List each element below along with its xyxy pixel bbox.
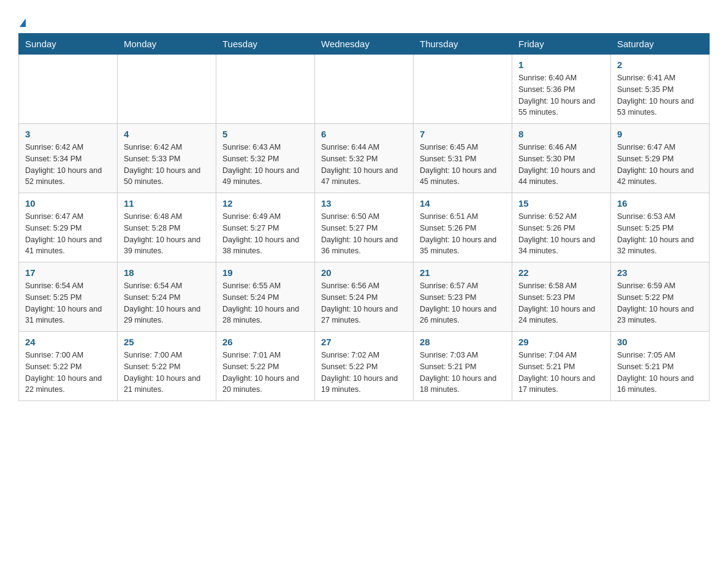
day-info: Sunrise: 6:42 AMSunset: 5:34 PMDaylight:… bbox=[25, 143, 102, 186]
day-info: Sunrise: 6:52 AMSunset: 5:26 PMDaylight:… bbox=[518, 212, 595, 255]
column-header-sunday: Sunday bbox=[19, 34, 118, 55]
logo bbox=[18, 18, 26, 27]
day-info: Sunrise: 7:01 AMSunset: 5:22 PMDaylight:… bbox=[222, 351, 299, 394]
day-number: 17 bbox=[25, 267, 111, 278]
day-info: Sunrise: 6:46 AMSunset: 5:30 PMDaylight:… bbox=[518, 143, 595, 186]
calendar-week-row: 10 Sunrise: 6:47 AMSunset: 5:29 PMDaylig… bbox=[19, 193, 710, 262]
column-header-friday: Friday bbox=[512, 34, 611, 55]
page-header bbox=[18, 18, 710, 27]
calendar-cell: 2 Sunrise: 6:41 AMSunset: 5:35 PMDayligh… bbox=[611, 55, 710, 124]
column-header-saturday: Saturday bbox=[611, 34, 710, 55]
day-info: Sunrise: 6:56 AMSunset: 5:24 PMDaylight:… bbox=[321, 282, 398, 324]
calendar-cell: 7 Sunrise: 6:45 AMSunset: 5:31 PMDayligh… bbox=[414, 124, 512, 193]
column-header-tuesday: Tuesday bbox=[216, 34, 315, 55]
calendar-cell: 18 Sunrise: 6:54 AMSunset: 5:24 PMDaylig… bbox=[118, 262, 216, 332]
calendar-cell bbox=[315, 55, 414, 124]
calendar-week-row: 17 Sunrise: 6:54 AMSunset: 5:25 PMDaylig… bbox=[19, 262, 710, 332]
day-info: Sunrise: 6:50 AMSunset: 5:27 PMDaylight:… bbox=[321, 212, 398, 255]
day-info: Sunrise: 6:59 AMSunset: 5:22 PMDaylight:… bbox=[617, 282, 694, 324]
day-info: Sunrise: 6:48 AMSunset: 5:28 PMDaylight:… bbox=[124, 212, 200, 255]
calendar-week-row: 1 Sunrise: 6:40 AMSunset: 5:36 PMDayligh… bbox=[19, 55, 710, 124]
day-info: Sunrise: 7:02 AMSunset: 5:22 PMDaylight:… bbox=[321, 351, 398, 394]
calendar-cell: 12 Sunrise: 6:49 AMSunset: 5:27 PMDaylig… bbox=[216, 193, 315, 262]
day-number: 20 bbox=[321, 267, 407, 278]
calendar-cell: 23 Sunrise: 6:59 AMSunset: 5:22 PMDaylig… bbox=[611, 262, 710, 332]
calendar-week-row: 24 Sunrise: 7:00 AMSunset: 5:22 PMDaylig… bbox=[19, 332, 710, 401]
day-info: Sunrise: 7:00 AMSunset: 5:22 PMDaylight:… bbox=[25, 351, 102, 394]
day-number: 6 bbox=[321, 129, 407, 139]
day-number: 15 bbox=[518, 198, 604, 209]
day-info: Sunrise: 6:41 AMSunset: 5:35 PMDaylight:… bbox=[617, 74, 694, 117]
column-header-wednesday: Wednesday bbox=[315, 34, 414, 55]
day-number: 28 bbox=[420, 337, 506, 347]
day-number: 2 bbox=[617, 59, 703, 70]
calendar-header-row: SundayMondayTuesdayWednesdayThursdayFrid… bbox=[19, 34, 710, 55]
day-number: 8 bbox=[518, 129, 604, 139]
day-number: 11 bbox=[124, 198, 210, 209]
day-info: Sunrise: 6:57 AMSunset: 5:23 PMDaylight:… bbox=[420, 282, 496, 324]
day-info: Sunrise: 6:45 AMSunset: 5:31 PMDaylight:… bbox=[420, 143, 496, 186]
day-number: 12 bbox=[222, 198, 308, 209]
day-info: Sunrise: 6:43 AMSunset: 5:32 PMDaylight:… bbox=[222, 143, 299, 186]
calendar-cell: 14 Sunrise: 6:51 AMSunset: 5:26 PMDaylig… bbox=[414, 193, 512, 262]
calendar-cell: 1 Sunrise: 6:40 AMSunset: 5:36 PMDayligh… bbox=[512, 55, 611, 124]
day-info: Sunrise: 6:54 AMSunset: 5:25 PMDaylight:… bbox=[25, 282, 102, 324]
calendar-cell: 11 Sunrise: 6:48 AMSunset: 5:28 PMDaylig… bbox=[118, 193, 216, 262]
day-number: 14 bbox=[420, 198, 506, 209]
day-number: 26 bbox=[222, 337, 308, 347]
day-number: 1 bbox=[518, 59, 604, 70]
calendar-cell: 16 Sunrise: 6:53 AMSunset: 5:25 PMDaylig… bbox=[611, 193, 710, 262]
calendar-cell: 30 Sunrise: 7:05 AMSunset: 5:21 PMDaylig… bbox=[611, 332, 710, 401]
day-info: Sunrise: 6:55 AMSunset: 5:24 PMDaylight:… bbox=[222, 282, 299, 324]
day-info: Sunrise: 7:00 AMSunset: 5:22 PMDaylight:… bbox=[124, 351, 200, 394]
calendar-week-row: 3 Sunrise: 6:42 AMSunset: 5:34 PMDayligh… bbox=[19, 124, 710, 193]
day-info: Sunrise: 7:04 AMSunset: 5:21 PMDaylight:… bbox=[518, 351, 595, 394]
day-number: 10 bbox=[25, 198, 111, 209]
day-number: 23 bbox=[617, 267, 703, 278]
day-info: Sunrise: 7:05 AMSunset: 5:21 PMDaylight:… bbox=[617, 351, 694, 394]
day-number: 9 bbox=[617, 129, 703, 139]
day-number: 27 bbox=[321, 337, 407, 347]
calendar-cell: 3 Sunrise: 6:42 AMSunset: 5:34 PMDayligh… bbox=[19, 124, 118, 193]
day-number: 4 bbox=[124, 129, 210, 139]
calendar-cell: 22 Sunrise: 6:58 AMSunset: 5:23 PMDaylig… bbox=[512, 262, 611, 332]
calendar-cell: 13 Sunrise: 6:50 AMSunset: 5:27 PMDaylig… bbox=[315, 193, 414, 262]
day-info: Sunrise: 6:54 AMSunset: 5:24 PMDaylight:… bbox=[124, 282, 200, 324]
day-number: 22 bbox=[518, 267, 604, 278]
calendar-cell bbox=[118, 55, 216, 124]
column-header-thursday: Thursday bbox=[414, 34, 512, 55]
calendar-cell: 21 Sunrise: 6:57 AMSunset: 5:23 PMDaylig… bbox=[414, 262, 512, 332]
calendar-cell: 4 Sunrise: 6:42 AMSunset: 5:33 PMDayligh… bbox=[118, 124, 216, 193]
day-info: Sunrise: 6:49 AMSunset: 5:27 PMDaylight:… bbox=[222, 212, 299, 255]
calendar-cell: 17 Sunrise: 6:54 AMSunset: 5:25 PMDaylig… bbox=[19, 262, 118, 332]
day-info: Sunrise: 6:53 AMSunset: 5:25 PMDaylight:… bbox=[617, 212, 694, 255]
calendar-cell: 26 Sunrise: 7:01 AMSunset: 5:22 PMDaylig… bbox=[216, 332, 315, 401]
day-number: 3 bbox=[25, 129, 111, 139]
calendar-table: SundayMondayTuesdayWednesdayThursdayFrid… bbox=[18, 33, 710, 401]
day-info: Sunrise: 7:03 AMSunset: 5:21 PMDaylight:… bbox=[420, 351, 496, 394]
calendar-cell bbox=[414, 55, 512, 124]
day-info: Sunrise: 6:58 AMSunset: 5:23 PMDaylight:… bbox=[518, 282, 595, 324]
calendar-cell: 27 Sunrise: 7:02 AMSunset: 5:22 PMDaylig… bbox=[315, 332, 414, 401]
day-number: 29 bbox=[518, 337, 604, 347]
column-header-monday: Monday bbox=[118, 34, 216, 55]
day-info: Sunrise: 6:47 AMSunset: 5:29 PMDaylight:… bbox=[25, 212, 102, 255]
day-info: Sunrise: 6:40 AMSunset: 5:36 PMDaylight:… bbox=[518, 74, 595, 117]
calendar-cell bbox=[216, 55, 315, 124]
day-number: 30 bbox=[617, 337, 703, 347]
calendar-cell: 6 Sunrise: 6:44 AMSunset: 5:32 PMDayligh… bbox=[315, 124, 414, 193]
day-number: 18 bbox=[124, 267, 210, 278]
calendar-cell: 8 Sunrise: 6:46 AMSunset: 5:30 PMDayligh… bbox=[512, 124, 611, 193]
calendar-cell bbox=[19, 55, 118, 124]
calendar-cell: 9 Sunrise: 6:47 AMSunset: 5:29 PMDayligh… bbox=[611, 124, 710, 193]
day-number: 24 bbox=[25, 337, 111, 347]
day-number: 13 bbox=[321, 198, 407, 209]
day-number: 16 bbox=[617, 198, 703, 209]
calendar-cell: 25 Sunrise: 7:00 AMSunset: 5:22 PMDaylig… bbox=[118, 332, 216, 401]
calendar-cell: 28 Sunrise: 7:03 AMSunset: 5:21 PMDaylig… bbox=[414, 332, 512, 401]
logo-triangle-icon bbox=[20, 18, 26, 27]
calendar-cell: 19 Sunrise: 6:55 AMSunset: 5:24 PMDaylig… bbox=[216, 262, 315, 332]
calendar-cell: 24 Sunrise: 7:00 AMSunset: 5:22 PMDaylig… bbox=[19, 332, 118, 401]
day-number: 25 bbox=[124, 337, 210, 347]
calendar-cell: 5 Sunrise: 6:43 AMSunset: 5:32 PMDayligh… bbox=[216, 124, 315, 193]
